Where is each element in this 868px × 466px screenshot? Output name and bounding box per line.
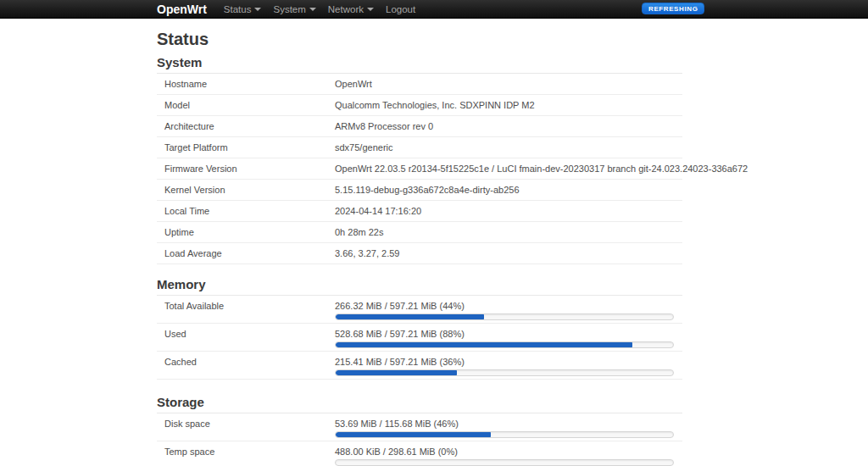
progress-label: 53.69 MiB / 115.68 MiB (46%) bbox=[335, 419, 682, 429]
table-row: Model Qualcomm Technologies, Inc. SDXPIN… bbox=[157, 95, 682, 116]
row-value: 3.66, 3.27, 2.59 bbox=[335, 248, 682, 258]
progress-bar bbox=[335, 369, 674, 376]
nav-item-network[interactable]: Network bbox=[322, 0, 380, 18]
row-label: Hostname bbox=[157, 79, 335, 89]
table-row: Load Average 3.66, 3.27, 2.59 bbox=[157, 243, 682, 264]
table-row: Target Platform sdx75/generic bbox=[157, 137, 682, 158]
chevron-down-icon bbox=[309, 8, 316, 11]
progress-label: 488.00 KiB / 298.61 MiB (0%) bbox=[335, 447, 682, 457]
row-value: 5.15.119-debug-g336a672c8a4e-dirty-ab256 bbox=[335, 185, 682, 195]
section-memory-title: Memory bbox=[157, 277, 682, 296]
row-label: Disk space bbox=[157, 419, 335, 429]
table-row: Firmware Version OpenWrt 22.03.5 r20134-… bbox=[157, 158, 682, 180]
poll-status-badge[interactable]: REFRESHING bbox=[642, 3, 704, 14]
row-value: 0h 28m 22s bbox=[335, 227, 682, 237]
progress-bar bbox=[335, 313, 674, 320]
table-row: Temp space 488.00 KiB / 298.61 MiB (0%) bbox=[157, 441, 682, 466]
progress-label: 215.41 MiB / 597.21 MiB (36%) bbox=[335, 357, 682, 367]
table-row: Total Available 266.32 MiB / 597.21 MiB … bbox=[157, 296, 682, 324]
nav-item-status[interactable]: Status bbox=[218, 0, 268, 18]
nav-item-label: System bbox=[273, 4, 305, 14]
row-label: Firmware Version bbox=[157, 164, 335, 174]
row-value: ARMv8 Processor rev 0 bbox=[335, 121, 682, 131]
top-navbar: OpenWrt Status System Network Logout REF… bbox=[0, 0, 868, 19]
progress-label: 528.68 MiB / 597.21 MiB (88%) bbox=[335, 329, 682, 339]
row-label: Temp space bbox=[157, 447, 335, 457]
progress-label: 266.32 MiB / 597.21 MiB (44%) bbox=[335, 301, 682, 311]
row-value: 488.00 KiB / 298.61 MiB (0%) bbox=[335, 447, 682, 466]
row-value: 528.68 MiB / 597.21 MiB (88%) bbox=[335, 329, 682, 348]
row-value: 53.69 MiB / 115.68 MiB (46%) bbox=[335, 419, 682, 438]
storage-table: Disk space 53.69 MiB / 115.68 MiB (46%) … bbox=[157, 413, 682, 466]
nav-item-label: Network bbox=[328, 4, 364, 14]
progress-bar bbox=[335, 459, 674, 466]
row-value: OpenWrt bbox=[335, 79, 682, 89]
chevron-down-icon bbox=[254, 8, 261, 11]
chevron-down-icon bbox=[367, 8, 374, 11]
row-value: 266.32 MiB / 597.21 MiB (44%) bbox=[335, 301, 682, 320]
row-value: 215.41 MiB / 597.21 MiB (36%) bbox=[335, 357, 682, 376]
table-row: Uptime 0h 28m 22s bbox=[157, 222, 682, 243]
progress-fill bbox=[336, 342, 632, 347]
brand-openwrt[interactable]: OpenWrt bbox=[157, 0, 207, 19]
row-label: Model bbox=[157, 100, 335, 110]
table-row: Kernel Version 5.15.119-debug-g336a672c8… bbox=[157, 180, 682, 201]
progress-fill bbox=[336, 370, 457, 375]
row-label: Total Available bbox=[157, 301, 335, 311]
row-label: Cached bbox=[157, 357, 335, 367]
system-table: Hostname OpenWrt Model Qualcomm Technolo… bbox=[157, 74, 682, 264]
table-row: Used 528.68 MiB / 597.21 MiB (88%) bbox=[157, 324, 682, 352]
row-label: Load Average bbox=[157, 248, 335, 258]
main-content: Status System Hostname OpenWrt Model Qua… bbox=[157, 30, 682, 466]
progress-bar bbox=[335, 341, 674, 348]
section-system-title: System bbox=[157, 55, 682, 74]
row-label: Local Time bbox=[157, 206, 335, 216]
row-label: Kernel Version bbox=[157, 185, 335, 195]
nav-item-system[interactable]: System bbox=[267, 0, 321, 18]
memory-table: Total Available 266.32 MiB / 597.21 MiB … bbox=[157, 296, 682, 380]
nav-item-label: Status bbox=[224, 4, 252, 14]
table-row: Architecture ARMv8 Processor rev 0 bbox=[157, 116, 682, 137]
table-row: Local Time 2024-04-14 17:16:20 bbox=[157, 201, 682, 222]
section-storage-title: Storage bbox=[157, 395, 682, 413]
row-label: Used bbox=[157, 329, 335, 339]
row-label: Target Platform bbox=[157, 142, 335, 153]
page-title: Status bbox=[157, 30, 682, 49]
table-row: Hostname OpenWrt bbox=[157, 74, 682, 95]
progress-fill bbox=[336, 432, 491, 437]
row-label: Uptime bbox=[157, 227, 335, 237]
navbar-inner: OpenWrt Status System Network Logout bbox=[157, 0, 421, 18]
nav-item-label: Logout bbox=[386, 4, 415, 14]
table-row: Cached 215.41 MiB / 597.21 MiB (36%) bbox=[157, 352, 682, 380]
table-row: Disk space 53.69 MiB / 115.68 MiB (46%) bbox=[157, 413, 682, 441]
row-label: Architecture bbox=[157, 121, 335, 131]
row-value: 2024-04-14 17:16:20 bbox=[335, 206, 682, 216]
progress-fill bbox=[336, 314, 484, 319]
progress-bar bbox=[335, 431, 674, 438]
nav-item-logout[interactable]: Logout bbox=[380, 0, 421, 18]
row-value: Qualcomm Technologies, Inc. SDXPINN IDP … bbox=[335, 100, 682, 110]
row-value: sdx75/generic bbox=[335, 142, 682, 153]
row-value: OpenWrt 22.03.5 r20134-5f15225c1e / LuCI… bbox=[335, 164, 748, 174]
